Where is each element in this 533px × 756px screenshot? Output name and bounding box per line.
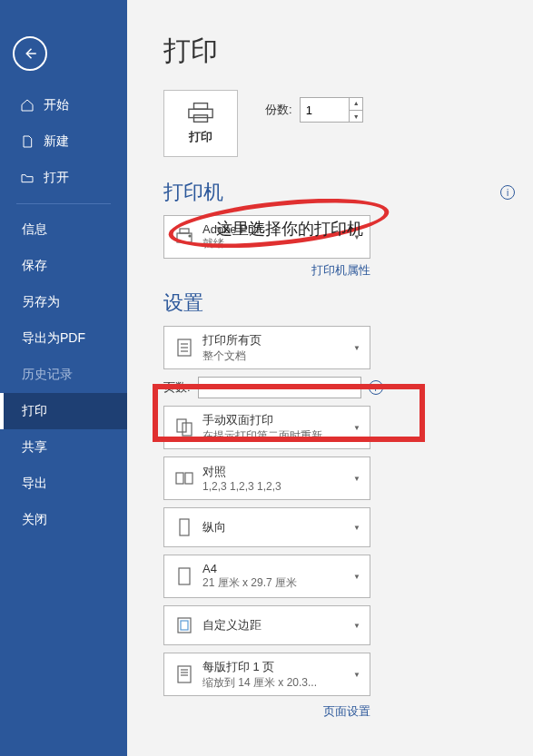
new-icon [20,134,35,149]
printer-icon [187,102,214,123]
margins-icon [173,614,195,636]
pagespersheet-dropdown[interactable]: 每版打印 1 页缩放到 14 厘米 x 20.3... ▼ [163,653,370,696]
pagespersheet-icon [173,663,195,685]
sidebar-item-export[interactable]: 导出 [0,466,127,502]
sidebar-item-info[interactable]: 信息 [0,211,127,248]
svg-rect-2 [194,115,208,123]
svg-point-5 [189,235,191,237]
sidebar-label: 新建 [44,133,69,150]
svg-rect-4 [180,229,189,233]
pages-input[interactable] [198,377,361,398]
open-icon [20,171,35,185]
sidebar-item-exportpdf[interactable]: 导出为PDF [0,320,127,357]
svg-rect-11 [183,423,192,436]
printer-section-title: 打印机 [163,179,223,206]
duplex-icon [173,417,195,438]
papersize-icon [173,565,195,587]
pages-label: 页数: [163,379,191,396]
sidebar-item-open[interactable]: 打开 [0,160,127,196]
settings-section-title: 设置 [163,290,203,317]
sidebar-item-share[interactable]: 共享 [0,429,127,466]
home-icon [20,98,35,113]
portrait-icon [173,516,195,538]
papersize-dropdown[interactable]: A421 厘米 x 29.7 厘米 ▼ [163,555,370,598]
sidebar-item-history[interactable]: 历史记录 [0,357,127,393]
svg-rect-15 [179,568,190,584]
page-setup-link[interactable]: 页面设置 [163,703,370,720]
svg-rect-10 [177,419,186,432]
chevron-down-icon: ▼ [351,233,362,241]
sidebar-item-new[interactable]: 新建 [0,123,127,160]
sidebar-item-home[interactable]: 开始 [0,87,127,123]
copies-label: 份数: [265,102,292,118]
svg-rect-14 [180,519,189,535]
page-title: 打印 [163,33,533,70]
svg-rect-0 [194,103,208,110]
svg-rect-12 [176,473,183,484]
sidebar-label: 打开 [44,170,69,186]
print-button[interactable]: 打印 [163,90,238,157]
sidebar-item-print[interactable]: 打印 [0,393,127,429]
sidebar-item-close[interactable]: 关闭 [0,502,127,538]
sidebar-item-save[interactable]: 保存 [0,248,127,284]
sidebar-label: 开始 [44,97,69,113]
collate-icon [173,467,195,489]
duplex-dropdown[interactable]: 手动双面打印在提示打印第二面时重新... ▼ [163,406,370,449]
printer-properties-link[interactable]: 打印机属性 [163,262,370,279]
copies-spinner[interactable]: ▲▼ [349,97,363,123]
info-icon[interactable]: i [500,185,515,200]
svg-rect-17 [181,621,188,630]
info-icon[interactable]: i [369,380,383,395]
sidebar-item-saveas[interactable]: 另存为 [0,284,127,320]
collate-dropdown[interactable]: 对照1,2,3 1,2,3 1,2,3 ▼ [163,457,370,500]
svg-rect-13 [185,473,192,484]
printer-dropdown[interactable]: Adobe PDF 就绪 ▼ [163,215,370,259]
svg-rect-1 [189,109,212,117]
margins-dropdown[interactable]: 自定义边距 ▼ [163,605,370,645]
orientation-dropdown[interactable]: 纵向 ▼ [163,507,370,547]
printer-device-icon [173,226,195,248]
svg-rect-18 [178,666,191,682]
print-range-dropdown[interactable]: 打印所有页整个文档 ▼ [163,326,370,369]
page-all-icon [173,337,195,358]
back-button[interactable] [13,36,47,71]
